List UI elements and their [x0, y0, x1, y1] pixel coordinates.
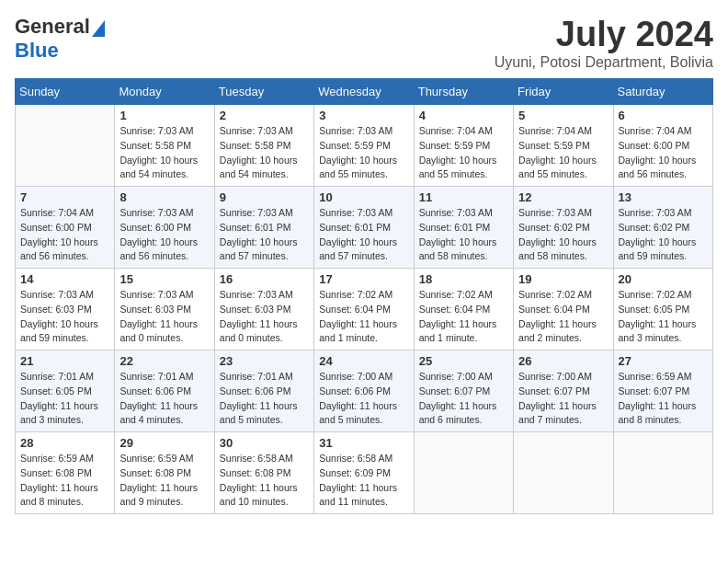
calendar-cell: 29 Sunrise: 6:59 AMSunset: 6:08 PMDaylig… — [115, 432, 214, 514]
day-info: Sunrise: 7:04 AMSunset: 5:59 PMDaylight:… — [419, 125, 497, 179]
calendar-cell: 8 Sunrise: 7:03 AMSunset: 6:00 PMDayligh… — [115, 187, 214, 269]
calendar-cell: 5 Sunrise: 7:04 AMSunset: 5:59 PMDayligh… — [514, 105, 613, 187]
calendar-cell: 10 Sunrise: 7:03 AMSunset: 6:01 PMDaylig… — [314, 187, 414, 269]
day-number: 24 — [319, 354, 408, 368]
day-number: 9 — [220, 190, 309, 204]
calendar-cell — [514, 432, 613, 514]
day-number: 29 — [119, 436, 209, 450]
day-number: 31 — [319, 436, 408, 450]
day-number: 20 — [619, 272, 708, 286]
day-number: 23 — [220, 354, 309, 368]
day-number: 27 — [619, 354, 708, 368]
day-number: 21 — [20, 354, 109, 368]
logo: General Blue — [15, 15, 105, 63]
day-number: 1 — [119, 109, 209, 122]
calendar-cell: 1 Sunrise: 7:03 AMSunset: 5:58 PMDayligh… — [115, 105, 214, 187]
calendar-cell — [414, 432, 513, 514]
day-info: Sunrise: 7:04 AMSunset: 6:00 PMDaylight:… — [20, 207, 98, 261]
day-number: 12 — [518, 190, 608, 204]
calendar-cell: 22 Sunrise: 7:01 AMSunset: 6:06 PMDaylig… — [115, 350, 214, 432]
calendar-cell — [613, 432, 712, 514]
title-block: July 2024 Uyuni, Potosi Department, Boli… — [495, 15, 713, 71]
day-info: Sunrise: 7:04 AMSunset: 5:59 PMDaylight:… — [518, 125, 597, 179]
calendar-cell: 12 Sunrise: 7:03 AMSunset: 6:02 PMDaylig… — [514, 187, 613, 269]
calendar-cell: 19 Sunrise: 7:02 AMSunset: 6:04 PMDaylig… — [514, 269, 613, 350]
day-info: Sunrise: 7:03 AMSunset: 6:02 PMDaylight:… — [619, 207, 697, 261]
day-number: 11 — [419, 190, 508, 204]
day-info: Sunrise: 7:03 AMSunset: 6:03 PMDaylight:… — [119, 289, 198, 343]
day-info: Sunrise: 7:02 AMSunset: 6:04 PMDaylight:… — [419, 289, 497, 343]
day-info: Sunrise: 7:03 AMSunset: 5:59 PMDaylight:… — [319, 125, 397, 179]
calendar-cell: 15 Sunrise: 7:03 AMSunset: 6:03 PMDaylig… — [115, 269, 214, 350]
day-info: Sunrise: 6:58 AMSunset: 6:09 PMDaylight:… — [319, 453, 397, 507]
day-info: Sunrise: 7:00 AMSunset: 6:07 PMDaylight:… — [518, 371, 597, 425]
day-number: 14 — [20, 272, 109, 286]
day-number: 6 — [619, 109, 708, 122]
day-info: Sunrise: 7:00 AMSunset: 6:07 PMDaylight:… — [419, 371, 497, 425]
day-header-tuesday: Tuesday — [214, 79, 313, 105]
day-info: Sunrise: 7:03 AMSunset: 5:58 PMDaylight:… — [119, 125, 198, 179]
calendar-cell: 28 Sunrise: 6:59 AMSunset: 6:08 PMDaylig… — [16, 432, 115, 514]
calendar-header-row: SundayMondayTuesdayWednesdayThursdayFrid… — [16, 79, 713, 105]
day-info: Sunrise: 7:03 AMSunset: 6:03 PMDaylight:… — [220, 289, 298, 343]
day-number: 3 — [319, 109, 408, 122]
calendar-cell: 17 Sunrise: 7:02 AMSunset: 6:04 PMDaylig… — [314, 269, 414, 350]
day-number: 18 — [419, 272, 508, 286]
day-number: 16 — [220, 272, 309, 286]
day-info: Sunrise: 7:04 AMSunset: 6:00 PMDaylight:… — [619, 125, 697, 179]
calendar-cell: 9 Sunrise: 7:03 AMSunset: 6:01 PMDayligh… — [214, 187, 313, 269]
calendar-cell: 6 Sunrise: 7:04 AMSunset: 6:00 PMDayligh… — [613, 105, 712, 187]
calendar-cell: 25 Sunrise: 7:00 AMSunset: 6:07 PMDaylig… — [414, 350, 513, 432]
day-info: Sunrise: 7:03 AMSunset: 5:58 PMDaylight:… — [220, 125, 298, 179]
day-header-sunday: Sunday — [16, 79, 115, 105]
day-number: 13 — [619, 190, 708, 204]
day-header-thursday: Thursday — [414, 79, 513, 105]
day-number: 19 — [518, 272, 608, 286]
day-number: 5 — [518, 109, 608, 122]
day-info: Sunrise: 6:59 AMSunset: 6:07 PMDaylight:… — [619, 371, 697, 425]
logo-blue: Blue — [15, 39, 59, 63]
day-info: Sunrise: 7:03 AMSunset: 6:02 PMDaylight:… — [518, 207, 597, 261]
day-info: Sunrise: 7:03 AMSunset: 6:01 PMDaylight:… — [220, 207, 298, 261]
day-number: 10 — [319, 190, 408, 204]
calendar-cell — [16, 105, 115, 187]
calendar-cell: 7 Sunrise: 7:04 AMSunset: 6:00 PMDayligh… — [16, 187, 115, 269]
day-info: Sunrise: 7:01 AMSunset: 6:05 PMDaylight:… — [20, 371, 98, 425]
calendar-cell: 31 Sunrise: 6:58 AMSunset: 6:09 PMDaylig… — [314, 432, 414, 514]
day-header-wednesday: Wednesday — [314, 79, 414, 105]
day-header-saturday: Saturday — [613, 79, 712, 105]
day-info: Sunrise: 7:00 AMSunset: 6:06 PMDaylight:… — [319, 371, 397, 425]
calendar-cell: 21 Sunrise: 7:01 AMSunset: 6:05 PMDaylig… — [16, 350, 115, 432]
calendar-cell: 16 Sunrise: 7:03 AMSunset: 6:03 PMDaylig… — [214, 269, 313, 350]
day-info: Sunrise: 6:58 AMSunset: 6:08 PMDaylight:… — [220, 453, 298, 507]
calendar-cell: 27 Sunrise: 6:59 AMSunset: 6:07 PMDaylig… — [613, 350, 712, 432]
calendar-cell: 3 Sunrise: 7:03 AMSunset: 5:59 PMDayligh… — [314, 105, 414, 187]
page-header: General Blue July 2024 Uyuni, Potosi Dep… — [15, 15, 713, 71]
calendar-cell: 18 Sunrise: 7:02 AMSunset: 6:04 PMDaylig… — [414, 269, 513, 350]
day-info: Sunrise: 7:02 AMSunset: 6:04 PMDaylight:… — [319, 289, 397, 343]
day-number: 8 — [119, 190, 209, 204]
calendar-cell: 14 Sunrise: 7:03 AMSunset: 6:03 PMDaylig… — [16, 269, 115, 350]
day-info: Sunrise: 7:02 AMSunset: 6:04 PMDaylight:… — [518, 289, 597, 343]
day-info: Sunrise: 7:01 AMSunset: 6:06 PMDaylight:… — [220, 371, 298, 425]
day-number: 28 — [20, 436, 109, 450]
day-info: Sunrise: 7:03 AMSunset: 6:03 PMDaylight:… — [20, 289, 98, 343]
calendar-cell: 23 Sunrise: 7:01 AMSunset: 6:06 PMDaylig… — [214, 350, 313, 432]
logo-triangle-icon — [92, 20, 105, 37]
day-number: 26 — [518, 354, 608, 368]
day-info: Sunrise: 7:02 AMSunset: 6:05 PMDaylight:… — [619, 289, 697, 343]
day-number: 2 — [220, 109, 309, 122]
calendar-week-row: 28 Sunrise: 6:59 AMSunset: 6:08 PMDaylig… — [16, 432, 713, 514]
location-title: Uyuni, Potosi Department, Bolivia — [495, 54, 713, 71]
day-info: Sunrise: 7:01 AMSunset: 6:06 PMDaylight:… — [119, 371, 198, 425]
calendar-week-row: 7 Sunrise: 7:04 AMSunset: 6:00 PMDayligh… — [16, 187, 713, 269]
day-number: 7 — [20, 190, 109, 204]
day-number: 15 — [119, 272, 209, 286]
logo-general: General — [15, 15, 90, 39]
calendar-cell: 26 Sunrise: 7:00 AMSunset: 6:07 PMDaylig… — [514, 350, 613, 432]
calendar-week-row: 21 Sunrise: 7:01 AMSunset: 6:05 PMDaylig… — [16, 350, 713, 432]
day-number: 4 — [419, 109, 508, 122]
calendar-cell: 11 Sunrise: 7:03 AMSunset: 6:01 PMDaylig… — [414, 187, 513, 269]
calendar-cell: 2 Sunrise: 7:03 AMSunset: 5:58 PMDayligh… — [214, 105, 313, 187]
calendar-week-row: 14 Sunrise: 7:03 AMSunset: 6:03 PMDaylig… — [16, 269, 713, 350]
